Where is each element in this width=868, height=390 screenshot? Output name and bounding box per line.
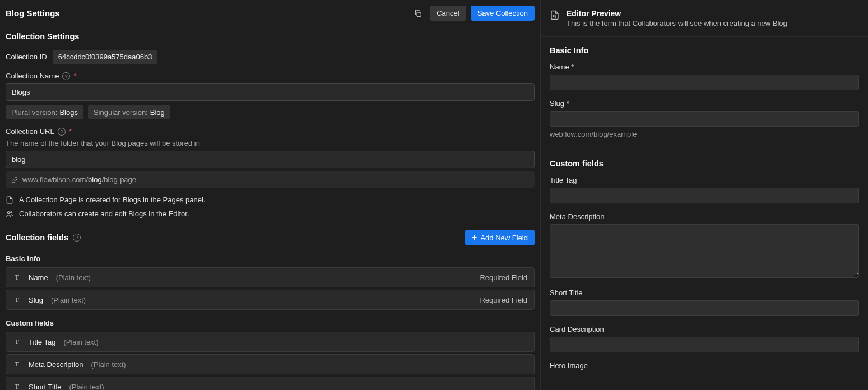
preview-slug-label: Slug * <box>550 99 859 108</box>
field-name: Name <box>29 273 48 282</box>
page-icon <box>6 196 13 204</box>
preview-short-title-input[interactable] <box>550 300 859 316</box>
preview-meta-description-label: Meta Description <box>550 212 859 221</box>
preview-slug-hint: webflow.com/blog/example <box>550 130 859 138</box>
collection-id-label: Collection ID <box>6 53 47 61</box>
users-icon <box>6 210 13 218</box>
field-type: (Plain text) <box>51 296 86 304</box>
svg-point-1 <box>8 211 10 213</box>
field-type: (Plain text) <box>56 273 91 282</box>
form-preview-icon <box>550 10 560 20</box>
page-title: Blog Settings <box>6 8 406 18</box>
copy-icon[interactable] <box>411 6 425 21</box>
svg-point-2 <box>11 211 12 212</box>
field-type: (Plain text) <box>91 360 126 369</box>
field-row[interactable]: TShort Title(Plain text) <box>6 377 535 390</box>
link-icon <box>11 177 18 183</box>
preview-short-title-label: Short Title <box>550 289 859 297</box>
collection-url-hint: The name of the folder that your Blog pa… <box>6 139 535 147</box>
preview-custom-fields-heading: Custom fields <box>550 159 859 168</box>
preview-card-description-label: Card Description <box>550 325 859 333</box>
url-preview: www.flowbison.com/blog/blog-page <box>6 171 535 188</box>
required-field-label: Required Field <box>480 273 527 282</box>
preview-title-tag-input[interactable] <box>550 188 859 203</box>
collection-name-input[interactable] <box>6 83 535 101</box>
text-type-icon: T <box>13 382 21 390</box>
help-icon[interactable]: ? <box>73 234 81 242</box>
save-collection-button[interactable]: Save Collection <box>471 6 535 21</box>
editor-preview-subtitle: This is the form that Collaborators will… <box>567 19 787 27</box>
preview-slug-input[interactable] <box>550 111 859 127</box>
text-type-icon: T <box>13 273 21 282</box>
field-name: Title Tag <box>29 338 55 346</box>
collection-url-label: Collection URL <box>6 127 54 136</box>
plural-version-pill: Plural version:Blogs <box>6 105 83 119</box>
field-type: (Plain text) <box>63 338 98 346</box>
collection-fields-heading: Collection fields <box>6 233 68 242</box>
required-indicator: * <box>73 72 76 80</box>
text-type-icon: T <box>13 295 21 304</box>
info-collection-page: A Collection Page is created for Blogs i… <box>6 196 535 204</box>
field-name: Short Title <box>29 383 62 391</box>
basic-info-subheader: Basic info <box>6 254 535 263</box>
plus-icon: + <box>472 233 477 242</box>
help-icon[interactable]: ? <box>62 72 70 80</box>
preview-name-input[interactable] <box>550 75 859 90</box>
required-indicator: * <box>69 127 72 136</box>
cancel-button[interactable]: Cancel <box>430 6 466 21</box>
field-row[interactable]: TName(Plain text)Required Field <box>6 267 535 287</box>
collection-settings-heading: Collection Settings <box>6 32 535 41</box>
preview-hero-image-label: Hero Image <box>550 361 859 370</box>
info-collaborators: Collaborators can create and edit Blogs … <box>6 210 535 218</box>
text-type-icon: T <box>13 360 21 369</box>
field-row[interactable]: TSlug(Plain text)Required Field <box>6 290 535 310</box>
add-new-field-button[interactable]: + Add New Field <box>465 230 535 245</box>
field-name: Slug <box>29 296 43 304</box>
collection-id-value: 64ccddc0f0399a575daa06b3 <box>53 50 158 64</box>
field-type: (Plain text) <box>69 383 104 391</box>
editor-preview-title: Editor Preview <box>567 9 787 18</box>
help-icon[interactable]: ? <box>58 128 66 136</box>
svg-rect-0 <box>417 12 421 16</box>
preview-basic-info-heading: Basic Info <box>550 46 859 55</box>
svg-point-3 <box>553 15 555 17</box>
collection-url-input[interactable] <box>6 151 535 168</box>
field-row[interactable]: TTitle Tag(Plain text) <box>6 332 535 352</box>
text-type-icon: T <box>13 337 21 346</box>
singular-version-pill: Singular version:Blog <box>88 105 170 119</box>
preview-meta-description-input[interactable] <box>550 224 859 278</box>
preview-card-description-input[interactable] <box>550 337 859 352</box>
required-field-label: Required Field <box>480 296 527 304</box>
preview-title-tag-label: Title Tag <box>550 176 859 184</box>
field-row[interactable]: TMeta Description(Plain text) <box>6 354 535 374</box>
preview-name-label: Name * <box>550 63 859 71</box>
collection-name-label: Collection Name <box>6 72 59 80</box>
custom-fields-subheader: Custom fields <box>6 319 535 327</box>
field-name: Meta Description <box>29 360 83 369</box>
